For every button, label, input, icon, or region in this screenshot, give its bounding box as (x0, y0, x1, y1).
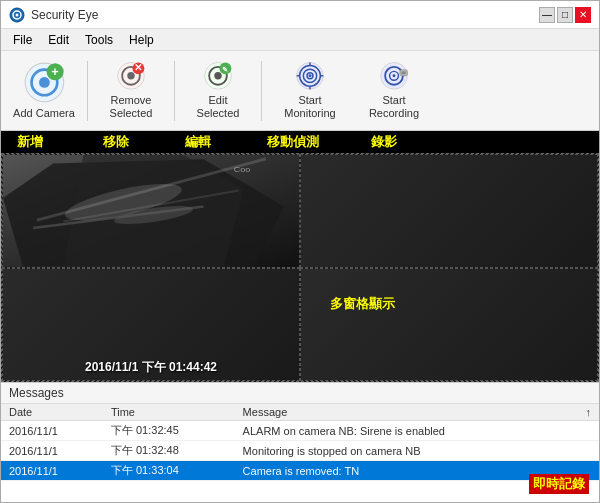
edit-selected-icon: ✎ (198, 61, 238, 91)
app-icon (9, 7, 25, 23)
message-row-0[interactable]: 2016/11/1下午 01:32:45ALARM on camera NB: … (1, 421, 599, 441)
remove-selected-button[interactable]: ✕ Remove Selected (96, 57, 166, 125)
svg-rect-32 (401, 71, 405, 74)
camera-cell-0: Coo (2, 154, 300, 268)
maximize-button[interactable]: □ (557, 7, 573, 23)
title-bar-left: Security Eye (9, 7, 98, 23)
message-row-1[interactable]: 2016/11/1下午 01:32:48Monitoring is stoppe… (1, 441, 599, 461)
title-bar: Security Eye — □ ✕ (1, 1, 599, 29)
start-recording-button[interactable]: Start Recording (354, 57, 434, 125)
camera-feed-3 (301, 269, 597, 381)
timestamp-label: 2016/11/1 下午 01:44:42 (3, 359, 299, 376)
toolbar: + Add Camera ✕ Remove Selected (1, 51, 599, 131)
svg-point-15 (214, 72, 221, 79)
col-time: Time (103, 404, 235, 421)
cell-time-1: 下午 01:32:48 (103, 441, 235, 461)
menu-file[interactable]: File (5, 31, 40, 49)
camera-cell-2: 2016/11/1 下午 01:44:42 (2, 268, 300, 382)
camera-grid: Coo 2016/11/1 下午 01:44:42 多窗格顯示 (1, 153, 599, 382)
menu-bar: File Edit Tools Help (1, 29, 599, 51)
col-date: Date (1, 404, 103, 421)
start-monitoring-icon (290, 61, 330, 91)
main-window: Security Eye — □ ✕ File Edit Tools Help … (0, 0, 600, 503)
messages-table: Date Time Message ↑ 2016/11/1下午 01:32:45… (1, 404, 599, 502)
svg-point-2 (16, 13, 19, 16)
cell-date-1: 2016/11/1 (1, 441, 103, 461)
menu-edit[interactable]: Edit (40, 31, 77, 49)
cn-label-edit: 編輯 (185, 133, 211, 151)
cell-date-0: 2016/11/1 (1, 421, 103, 441)
camera-cell-1 (300, 154, 598, 268)
svg-point-10 (127, 72, 134, 79)
grid-label: 多窗格顯示 (330, 295, 395, 313)
svg-point-22 (309, 74, 312, 77)
camera-visual: Coo (3, 155, 299, 267)
chinese-labels-bar: 新增 移除 編輯 移動偵測 錄影 (1, 131, 599, 153)
cell-date-2: 2016/11/1 (1, 461, 103, 481)
message-row-2[interactable]: 2016/11/1下午 01:33:04Camera is removed: T… (1, 461, 599, 481)
start-monitoring-button[interactable]: Start Monitoring (270, 57, 350, 125)
messages-panel: Messages Date Time Message ↑ 2016/11/1下午… (1, 382, 599, 502)
messages-header: Messages (1, 383, 599, 404)
cell-time-2: 下午 01:33:04 (103, 461, 235, 481)
start-monitoring-label: Start Monitoring (274, 94, 346, 120)
messages-data-table: Date Time Message ↑ 2016/11/1下午 01:32:45… (1, 404, 599, 481)
camera-feed-0: Coo (3, 155, 299, 267)
add-camera-label: Add Camera (13, 107, 75, 120)
col-sort[interactable]: ↑ (578, 404, 600, 421)
cell-message-1: Monitoring is stopped on camera NB (235, 441, 578, 461)
separator-1 (87, 61, 88, 121)
add-camera-icon: + (23, 61, 66, 104)
menu-help[interactable]: Help (121, 31, 162, 49)
cell-message-2: Camera is removed: TN (235, 461, 578, 481)
svg-point-30 (393, 74, 396, 77)
svg-text:+: + (51, 63, 58, 78)
edit-selected-label: Edit Selected (187, 94, 249, 120)
start-recording-label: Start Recording (358, 94, 430, 120)
cn-label-monitor: 移動偵測 (267, 133, 319, 151)
camera-feed-1 (301, 155, 597, 267)
minimize-button[interactable]: — (539, 7, 555, 23)
cell-empty-0 (578, 421, 600, 441)
start-recording-icon (374, 61, 414, 91)
remove-selected-icon: ✕ (111, 61, 151, 91)
camera-cell-3 (300, 268, 598, 382)
close-button[interactable]: ✕ (575, 7, 591, 23)
svg-text:✕: ✕ (134, 62, 142, 73)
menu-tools[interactable]: Tools (77, 31, 121, 49)
separator-2 (174, 61, 175, 121)
camera-feed-2: 2016/11/1 下午 01:44:42 (3, 269, 299, 381)
cn-label-record: 錄影 (371, 133, 397, 151)
realtime-label: 即時記錄 (529, 474, 589, 494)
cell-message-0: ALARM on camera NB: Sirene is enabled (235, 421, 578, 441)
remove-selected-label: Remove Selected (100, 94, 162, 120)
cell-time-0: 下午 01:32:45 (103, 421, 235, 441)
svg-text:Coo: Coo (234, 165, 251, 174)
cell-empty-1 (578, 441, 600, 461)
separator-3 (261, 61, 262, 121)
title-bar-controls: — □ ✕ (539, 7, 591, 23)
svg-point-5 (39, 77, 50, 88)
col-message: Message (235, 404, 578, 421)
title-text: Security Eye (31, 8, 98, 22)
svg-text:✎: ✎ (222, 64, 228, 73)
cn-label-remove: 移除 (103, 133, 129, 151)
add-camera-button[interactable]: + Add Camera (9, 57, 79, 125)
edit-selected-button[interactable]: ✎ Edit Selected (183, 57, 253, 125)
cn-label-add: 新增 (17, 133, 43, 151)
